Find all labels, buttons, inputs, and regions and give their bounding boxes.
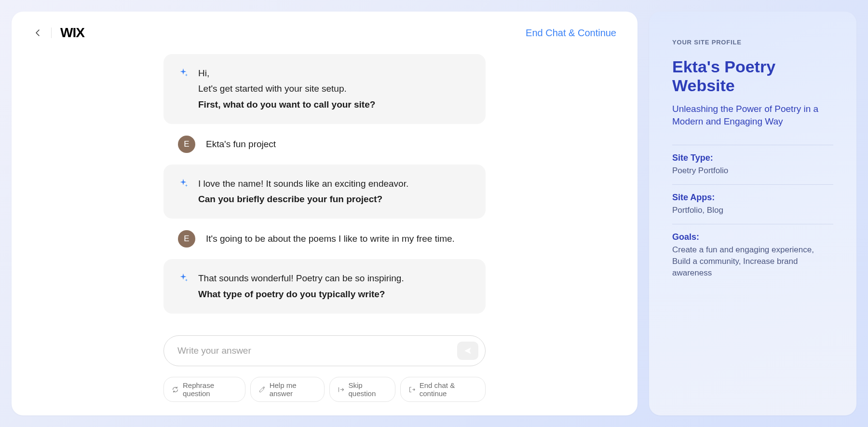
user-message-text: It's going to be about the poems I like … bbox=[206, 234, 455, 244]
skip-question-chip[interactable]: Skip question bbox=[329, 377, 395, 402]
send-button[interactable] bbox=[457, 342, 478, 360]
ai-line: Hi, bbox=[198, 66, 375, 81]
profile-subtitle: Unleashing the Power of Poetry in a Mode… bbox=[672, 103, 833, 127]
ai-message: I love the name! It sounds like an excit… bbox=[163, 165, 486, 219]
chevron-left-icon bbox=[35, 29, 40, 37]
sparkle-icon bbox=[178, 273, 188, 285]
ai-message-content: That sounds wonderful! Poetry can be so … bbox=[198, 271, 404, 302]
profile-row-site-apps: Site Apps: Portfolio, Blog bbox=[672, 184, 833, 224]
profile-section-label: YOUR SITE PROFILE bbox=[672, 39, 833, 46]
header-divider bbox=[51, 28, 52, 38]
refresh-icon bbox=[172, 386, 179, 393]
profile-title: Ekta's Poetry Website bbox=[672, 57, 833, 95]
sparkle-icon bbox=[178, 178, 188, 191]
ai-message-content: Hi, Let's get started with your site set… bbox=[198, 66, 375, 112]
chip-label: End chat & continue bbox=[420, 381, 477, 398]
profile-value: Portfolio, Blog bbox=[672, 205, 833, 216]
skip-icon bbox=[338, 386, 345, 393]
user-avatar: E bbox=[178, 230, 195, 248]
suggestion-chips: Rephrase question Help me answer Skip qu… bbox=[163, 377, 486, 402]
ai-message: Hi, Let's get started with your site set… bbox=[163, 54, 486, 124]
header: WIX End Chat & Continue bbox=[12, 12, 637, 41]
site-profile-panel: YOUR SITE PROFILE Ekta's Poetry Website … bbox=[649, 12, 856, 415]
user-avatar: E bbox=[178, 136, 195, 153]
profile-value: Poetry Portfolio bbox=[672, 165, 833, 177]
ai-question: What type of poetry do you typically wri… bbox=[198, 287, 404, 302]
profile-key: Site Type: bbox=[672, 153, 833, 163]
end-chat-link[interactable]: End Chat & Continue bbox=[526, 28, 616, 39]
profile-row-goals: Goals: Create a fun and engaging experie… bbox=[672, 224, 833, 286]
help-me-answer-chip[interactable]: Help me answer bbox=[250, 377, 325, 402]
main-panel: WIX End Chat & Continue Hi, Let's get st… bbox=[12, 12, 637, 415]
send-icon bbox=[463, 346, 472, 355]
header-left: WIX bbox=[33, 25, 84, 41]
ai-line: That sounds wonderful! Poetry can be so … bbox=[198, 271, 404, 286]
chip-label: Help me answer bbox=[270, 381, 316, 398]
ai-question: First, what do you want to call your sit… bbox=[198, 97, 375, 112]
exit-icon bbox=[408, 386, 416, 393]
wix-logo: WIX bbox=[60, 25, 84, 41]
back-button[interactable] bbox=[33, 28, 42, 38]
chip-label: Rephrase question bbox=[183, 381, 237, 398]
pencil-sparkle-icon bbox=[258, 386, 266, 393]
profile-row-site-type: Site Type: Poetry Portfolio bbox=[672, 145, 833, 184]
answer-input[interactable] bbox=[177, 345, 451, 356]
ai-message: That sounds wonderful! Poetry can be so … bbox=[163, 259, 486, 314]
profile-key: Goals: bbox=[672, 232, 833, 242]
user-message: E It's going to be about the poems I lik… bbox=[163, 228, 486, 249]
sparkle-icon bbox=[178, 68, 188, 80]
user-message: E Ekta's fun project bbox=[163, 134, 486, 155]
chat-area: Hi, Let's get started with your site set… bbox=[12, 41, 637, 335]
profile-key: Site Apps: bbox=[672, 193, 833, 203]
answer-input-row bbox=[163, 335, 486, 366]
ai-line: I love the name! It sounds like an excit… bbox=[198, 176, 408, 192]
profile-value: Create a fun and engaging experience, Bu… bbox=[672, 244, 833, 278]
chat-messages: Hi, Let's get started with your site set… bbox=[163, 54, 486, 314]
end-chat-chip[interactable]: End chat & continue bbox=[400, 377, 486, 402]
user-message-text: Ekta's fun project bbox=[206, 139, 276, 150]
input-zone: Rephrase question Help me answer Skip qu… bbox=[163, 335, 486, 415]
ai-question: Can you briefly describe your fun projec… bbox=[198, 192, 408, 207]
ai-line: Let's get started with your site setup. bbox=[198, 81, 375, 96]
ai-message-content: I love the name! It sounds like an excit… bbox=[198, 176, 408, 207]
rephrase-question-chip[interactable]: Rephrase question bbox=[163, 377, 245, 402]
chip-label: Skip question bbox=[349, 381, 387, 398]
